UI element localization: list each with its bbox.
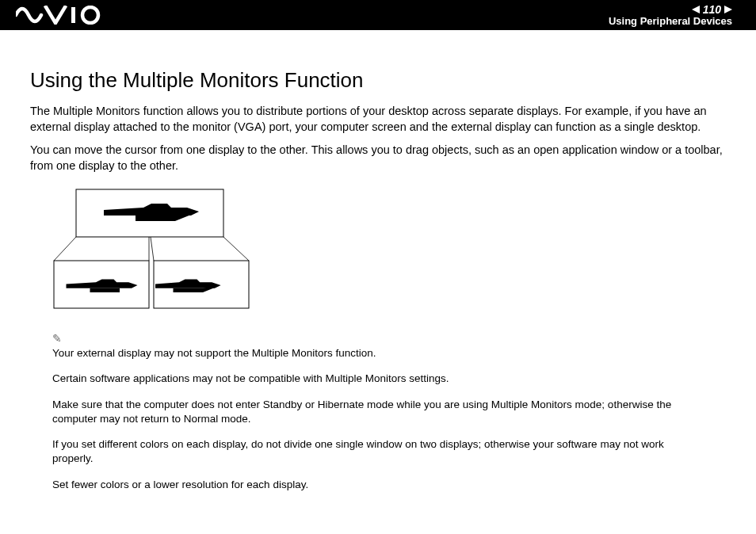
svg-rect-12 bbox=[90, 288, 120, 292]
multi-monitor-diagram bbox=[52, 188, 726, 318]
svg-line-10 bbox=[151, 237, 154, 261]
svg-marker-2 bbox=[692, 6, 700, 13]
note: Certain software applications may not be… bbox=[52, 372, 696, 386]
note: Make sure that the computer does not ent… bbox=[52, 398, 696, 426]
page-number-nav: 110 bbox=[692, 3, 732, 16]
svg-rect-0 bbox=[71, 7, 75, 23]
header-bar: 110 Using Peripheral Devices bbox=[0, 0, 756, 30]
page-number: 110 bbox=[703, 3, 721, 16]
content-area: Using the Multiple Monitors Function The… bbox=[0, 30, 756, 492]
vaio-logo bbox=[16, 6, 103, 25]
svg-line-11 bbox=[223, 237, 249, 261]
header-right: 110 Using Peripheral Devices bbox=[609, 3, 732, 27]
note: Set fewer colors or a lower resolution f… bbox=[52, 478, 696, 492]
svg-marker-3 bbox=[724, 6, 732, 13]
section-name: Using Peripheral Devices bbox=[609, 15, 732, 27]
svg-point-1 bbox=[82, 7, 98, 23]
page-title: Using the Multiple Monitors Function bbox=[30, 68, 726, 93]
prev-page-arrow-icon[interactable] bbox=[692, 3, 700, 16]
svg-rect-5 bbox=[136, 216, 175, 221]
svg-rect-13 bbox=[174, 288, 204, 292]
next-page-arrow-icon[interactable] bbox=[724, 3, 732, 16]
paragraph: You can move the cursor from one display… bbox=[30, 143, 726, 174]
note-pencil-icon: ✎ bbox=[52, 332, 726, 345]
svg-line-8 bbox=[54, 237, 76, 261]
paragraph: The Multiple Monitors function allows yo… bbox=[30, 104, 726, 135]
note: Your external display may not support th… bbox=[52, 346, 696, 360]
note: If you set different colors on each disp… bbox=[52, 437, 696, 466]
